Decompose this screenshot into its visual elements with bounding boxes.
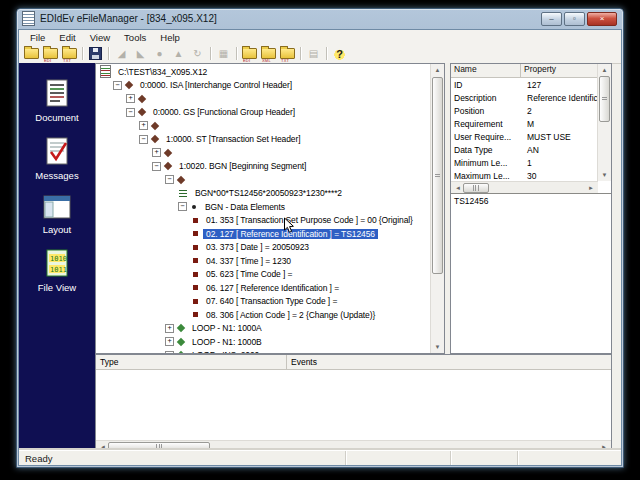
sidebar-item-file-view[interactable]: 10101011File View bbox=[38, 249, 76, 293]
open-txt-file-button[interactable]: TXT bbox=[61, 46, 78, 61]
sidebar-item-document[interactable]: Document bbox=[35, 79, 78, 123]
column-header-type[interactable]: Type bbox=[96, 355, 287, 369]
save-button[interactable] bbox=[87, 46, 104, 61]
tree-row[interactable]: 07. 640 [ Transaction Type Code ] = bbox=[97, 295, 431, 309]
collapse-icon[interactable]: − bbox=[165, 175, 174, 184]
property-row[interactable]: RequirementM bbox=[451, 117, 598, 130]
tree-row[interactable]: 05. 623 [ Time Code ] = bbox=[97, 268, 431, 282]
square-icon bbox=[193, 258, 198, 263]
minimize-button[interactable]: – bbox=[541, 12, 562, 26]
document-icon bbox=[44, 79, 70, 109]
collapse-icon[interactable]: − bbox=[139, 135, 148, 144]
tree-row[interactable]: BGN*00*TS12456*20050923*1230****2 bbox=[97, 187, 431, 201]
column-header-property[interactable]: Property bbox=[521, 64, 598, 77]
menu-item-file[interactable]: File bbox=[23, 32, 52, 43]
help-button[interactable]: ? bbox=[331, 46, 348, 61]
property-row[interactable]: ID127 bbox=[451, 78, 598, 91]
property-name: User Require... bbox=[451, 132, 524, 142]
column-header-events[interactable]: Events bbox=[287, 357, 317, 367]
upload-button: ▲ bbox=[170, 46, 187, 61]
tree-row[interactable]: 01. 353 [ Transaction Set Purpose Code ]… bbox=[97, 214, 431, 228]
folder-icon bbox=[24, 48, 39, 59]
tree-scroll-thumb[interactable] bbox=[432, 77, 443, 274]
tree-row[interactable]: + bbox=[97, 92, 431, 106]
scroll-right-icon[interactable]: ► bbox=[599, 444, 609, 450]
property-row[interactable]: User Require...MUST USE bbox=[451, 130, 598, 143]
tree-row[interactable]: 08. 306 [ Action Code ] = 2 {Change (Upd… bbox=[97, 308, 431, 322]
collapse-icon[interactable]: − bbox=[126, 108, 135, 117]
sidebar-item-layout[interactable]: Layout bbox=[43, 195, 72, 235]
column-header-name[interactable]: Name bbox=[451, 64, 521, 77]
tree-vertical-scrollbar[interactable]: ▲ ▼ bbox=[430, 64, 444, 353]
scroll-right-icon[interactable]: ► bbox=[586, 185, 596, 191]
tree-label: 07. 640 [ Transaction Type Code ] = bbox=[203, 296, 340, 306]
sidebar-item-label: File View bbox=[38, 282, 76, 293]
bullet-icon bbox=[192, 205, 196, 209]
scroll-up-icon[interactable]: ▲ bbox=[598, 64, 611, 76]
tree-row[interactable]: −0:0000. GS [Functional Group Header] bbox=[97, 106, 431, 120]
close-button[interactable]: × bbox=[587, 12, 617, 26]
tree-row[interactable]: −BGN - Data Elements bbox=[97, 200, 431, 214]
property-row[interactable]: Position2 bbox=[451, 104, 598, 117]
expand-icon[interactable]: + bbox=[126, 94, 135, 103]
open-edi-file-button[interactable]: EDI bbox=[42, 46, 59, 61]
menu-item-help[interactable]: Help bbox=[153, 32, 187, 43]
app-window: EDIdEv eFileManager - [834_x095.X12] –▫×… bbox=[16, 8, 624, 468]
property-scroll-thumb[interactable] bbox=[599, 76, 610, 122]
refresh-button: ↻ bbox=[189, 46, 206, 61]
property-row[interactable]: DescriptionReference Identification bbox=[451, 91, 598, 104]
scroll-down-icon[interactable]: ▼ bbox=[431, 341, 444, 353]
tree-row[interactable]: C:\TEST\834_X095.X12 bbox=[97, 65, 431, 79]
tree-row[interactable]: 06. 127 [ Reference Identification ] = bbox=[97, 281, 431, 295]
open-file-button[interactable] bbox=[23, 46, 40, 61]
export-xml-button[interactable]: XML bbox=[260, 46, 277, 61]
expand-icon[interactable]: + bbox=[165, 337, 174, 346]
sidebar-item-messages[interactable]: Messages bbox=[35, 137, 78, 181]
tree-row[interactable]: −1:0000. ST [Transaction Set Header] bbox=[97, 133, 431, 147]
tree-row-selected[interactable]: 02. 127 [ Reference Identification ] = T… bbox=[97, 227, 431, 241]
maximize-button[interactable]: ▫ bbox=[564, 12, 585, 26]
scroll-up-icon[interactable]: ▲ bbox=[431, 64, 444, 76]
menu-item-view[interactable]: View bbox=[83, 32, 117, 43]
element-value-box[interactable]: TS12456 bbox=[451, 193, 611, 353]
scroll-down-icon[interactable]: ▼ bbox=[598, 169, 611, 181]
svg-text:1010: 1010 bbox=[50, 255, 67, 263]
menu-item-edit[interactable]: Edit bbox=[52, 32, 82, 43]
export-edi-button[interactable]: EDI bbox=[241, 46, 258, 61]
tree-row[interactable]: + bbox=[97, 119, 431, 133]
collapse-icon[interactable]: − bbox=[152, 162, 161, 171]
title-bar[interactable]: EDIdEv eFileManager - [834_x095.X12] –▫× bbox=[17, 9, 623, 28]
collapse-icon[interactable]: − bbox=[178, 202, 187, 211]
toolbar: EDITXT◢◣●▲↻▦EDIXMLTXT▤? bbox=[19, 44, 621, 64]
expand-icon[interactable]: + bbox=[165, 324, 174, 333]
tree-row[interactable]: +LOOP - INS: 2000 bbox=[97, 349, 431, 354]
export-txt-button[interactable]: TXT bbox=[279, 46, 296, 61]
property-row[interactable]: Minimum Le...1 bbox=[451, 156, 598, 169]
property-horizontal-scrollbar[interactable]: ◄ ► bbox=[451, 181, 598, 193]
tree-row[interactable]: − bbox=[97, 173, 431, 187]
expand-icon[interactable]: + bbox=[152, 148, 161, 157]
property-vertical-scrollbar[interactable]: ▲ ▼ bbox=[597, 64, 611, 181]
tree-label: C:\TEST\834_X095.X12 bbox=[115, 67, 210, 77]
tree-row[interactable]: −1:0020. BGN [Beginning Segment] bbox=[97, 160, 431, 174]
tree-row[interactable]: +LOOP - N1: 1000A bbox=[97, 322, 431, 336]
tree-row[interactable]: −0:0000. ISA [Interchange Control Header… bbox=[97, 79, 431, 93]
tree-row[interactable]: +LOOP - N1: 1000B bbox=[97, 335, 431, 349]
tree-row[interactable]: 03. 373 [ Date ] = 20050923 bbox=[97, 241, 431, 255]
tree-label: 06. 127 [ Reference Identification ] = bbox=[203, 283, 342, 293]
scroll-left-icon[interactable]: ◄ bbox=[98, 444, 108, 450]
expand-icon[interactable]: + bbox=[139, 121, 148, 130]
property-row[interactable]: Data TypeAN bbox=[451, 143, 598, 156]
square-icon bbox=[193, 312, 198, 317]
expand-icon[interactable]: + bbox=[165, 351, 174, 353]
layout-icon bbox=[43, 195, 71, 221]
tree-row[interactable]: 04. 337 [ Time ] = 1230 bbox=[97, 254, 431, 268]
svg-text:1011: 1011 bbox=[50, 266, 67, 274]
property-hscroll-thumb[interactable] bbox=[463, 183, 489, 193]
toolbar-separator bbox=[82, 47, 83, 60]
tree-row[interactable]: + bbox=[97, 146, 431, 160]
menu-item-tools[interactable]: Tools bbox=[117, 32, 153, 43]
collapse-icon[interactable]: − bbox=[113, 81, 122, 90]
scroll-left-icon[interactable]: ◄ bbox=[453, 185, 463, 191]
save-icon bbox=[89, 47, 102, 60]
